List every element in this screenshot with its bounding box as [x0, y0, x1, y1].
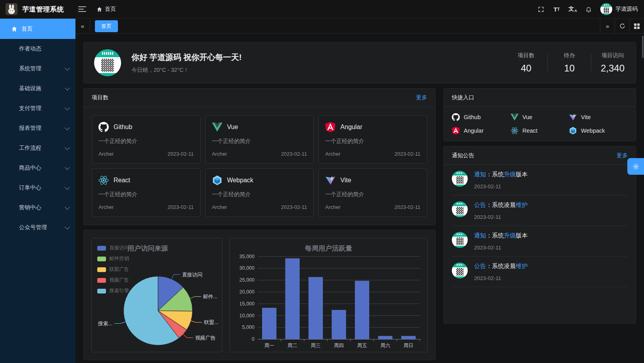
sidebar-item-1[interactable]: 作者动态	[0, 39, 75, 59]
legend-item[interactable]: 搜索引擎	[97, 288, 129, 294]
svg-text:周二: 周二	[287, 343, 297, 348]
sidebar-item-3[interactable]: 基础设施	[0, 79, 75, 98]
project-desc: 一个正经的简介	[98, 138, 194, 145]
fullscreen-icon[interactable]	[534, 3, 547, 15]
project-card-vue[interactable]: Vue 一个正经的简介 Archer2023-02-11	[205, 115, 314, 164]
sidebar-item-label: 营销中心	[19, 204, 41, 211]
user-menu[interactable]: 芋道源码	[600, 3, 638, 15]
breadcrumb[interactable]: 首页	[96, 6, 116, 13]
svg-text:周一: 周一	[264, 343, 274, 348]
breadcrumb-home: 首页	[105, 6, 116, 13]
sidebar-item-9[interactable]: 营销中心	[0, 198, 75, 218]
stat-1: 待办 10	[557, 52, 582, 74]
menu-collapse-icon[interactable]	[78, 5, 86, 14]
sidebar-item-6[interactable]: 工作流程	[0, 138, 75, 158]
locale-icon[interactable]: 文A	[566, 3, 579, 15]
legend-item[interactable]: 视频广告	[97, 277, 129, 284]
svg-text:直接访问: 直接访问	[182, 272, 202, 278]
svg-text:5,000: 5,000	[242, 324, 255, 330]
sidebar-item-0[interactable]: 首页	[0, 19, 75, 39]
tab-home[interactable]: 首页	[95, 20, 118, 32]
notice-avatar	[452, 263, 468, 278]
svg-text:周四: 周四	[334, 343, 344, 348]
notices-more-link[interactable]: 更多	[617, 152, 628, 159]
svg-text:25,000: 25,000	[239, 277, 255, 283]
sidebar-item-5[interactable]: 报表管理	[0, 118, 75, 138]
notice-item-2[interactable]: 通知：系统升级版本 2023-02-11	[452, 226, 628, 257]
legend-item[interactable]: 邮件营销	[97, 255, 129, 262]
sidebar-item-4[interactable]: 支付管理	[0, 98, 75, 118]
notice-avatar	[452, 201, 468, 217]
project-name: Vite	[340, 177, 351, 184]
font-size-icon[interactable]: TT	[550, 3, 563, 15]
notices-card-title: 通知公告	[452, 152, 474, 159]
shortcut-vue[interactable]: Vue	[511, 113, 569, 121]
sidebar-item-2[interactable]: 系统管理	[0, 59, 75, 79]
home-icon	[11, 26, 17, 32]
bell-icon[interactable]	[582, 3, 595, 15]
notice-item-0[interactable]: 通知：系统升级版本 2023-02-11	[452, 165, 628, 195]
sidebar-item-7[interactable]: 商品中心	[0, 158, 75, 178]
project-name: Angular	[340, 124, 362, 131]
sidebar-item-label: 公众号管理	[19, 224, 47, 231]
project-author: Archer	[212, 151, 227, 157]
svg-text:周五: 周五	[357, 343, 367, 348]
sidebar-item-label: 工作流程	[19, 145, 41, 152]
shortcut-angular[interactable]: Angular	[452, 127, 511, 135]
project-date: 2023-02-11	[394, 151, 420, 157]
weather-text: 今日晴，20°C - 32°C！	[131, 67, 242, 74]
notice-title: 通知：系统升级版本	[474, 171, 528, 178]
notice-date: 2023-02-11	[474, 214, 528, 220]
sidebar-item-label: 基础设施	[19, 85, 41, 92]
sidebar: 首页 作者动态 系统管理 基础设施 支付管理 报表管理 工作流程 商品中心 订单	[0, 19, 75, 363]
shortcut-webpack[interactable]: Webpack	[569, 127, 628, 135]
project-card-react[interactable]: React 一个正经的简介 Archer2023-02-11	[92, 168, 201, 217]
shortcut-github[interactable]: Github	[452, 113, 511, 121]
sidebar-item-8[interactable]: 订单中心	[0, 178, 75, 198]
welcome-avatar	[94, 49, 121, 76]
user-avatar	[600, 3, 612, 15]
notice-item-3[interactable]: 公告：系统凌晨维护 2023-02-11	[452, 257, 628, 287]
project-name: Webpack	[227, 177, 253, 184]
notice-item-1[interactable]: 公告：系统凌晨维护 2023-02-11	[452, 195, 628, 226]
shortcut-vite[interactable]: Vite	[569, 113, 628, 121]
project-card-angular[interactable]: Angular 一个正经的简介 Archer2023-02-11	[318, 115, 427, 164]
stat-2: 项目访问 2,340	[600, 52, 625, 74]
svg-text:周日: 周日	[403, 343, 413, 348]
project-card-github[interactable]: Github 一个正经的简介 Archer2023-02-11	[92, 115, 201, 164]
legend-item[interactable]: 联盟广告	[97, 266, 129, 273]
app-logo[interactable]	[6, 3, 17, 15]
shortcut-react[interactable]: React	[511, 127, 569, 135]
svg-text:20,000: 20,000	[239, 289, 255, 295]
project-card-vite[interactable]: Vite 一个正经的简介 Archer2023-02-11	[318, 168, 427, 217]
user-name: 芋道源码	[615, 6, 638, 13]
notice-date: 2023-02-11	[474, 245, 528, 251]
webpack-icon	[569, 127, 577, 135]
shortcut-label: Angular	[464, 127, 484, 134]
shortcut-label: Vite	[581, 114, 591, 120]
scrollbar-thumb[interactable]	[642, 36, 644, 58]
sidebar-item-label: 首页	[21, 25, 33, 33]
notice-date: 2023-02-11	[474, 275, 528, 281]
project-desc: 一个正经的简介	[212, 191, 307, 198]
sidebar-item-label: 商品中心	[19, 164, 41, 172]
app-title: 芋道管理系统	[22, 5, 64, 14]
grid-icon[interactable]	[629, 19, 644, 33]
refresh-icon[interactable]	[615, 19, 629, 33]
notice-title: 公告：系统凌晨维护	[474, 263, 528, 270]
projects-more-link[interactable]: 更多	[416, 94, 427, 101]
theme-settings-button[interactable]	[627, 158, 644, 175]
tag-view-bar: « 首页 »	[75, 19, 644, 34]
sidebar-item-10[interactable]: 公众号管理	[0, 218, 75, 237]
project-desc: 一个正经的简介	[212, 138, 307, 145]
legend-item[interactable]: 直接访问	[97, 245, 129, 251]
svg-text:周三: 周三	[311, 343, 321, 348]
project-card-webpack[interactable]: Webpack 一个正经的简介 Archer2023-02-11	[205, 168, 314, 217]
shortcut-label: React	[523, 127, 538, 134]
tabs-scroll-right-button[interactable]: »	[600, 19, 615, 33]
chevron-down-icon	[65, 66, 70, 71]
bar-chart[interactable]: 05,00010,00015,00020,00025,00030,00035,0…	[230, 238, 427, 352]
notice-avatar	[452, 171, 468, 187]
tabs-scroll-left-button[interactable]: «	[75, 19, 90, 33]
stat-divider	[548, 54, 548, 71]
